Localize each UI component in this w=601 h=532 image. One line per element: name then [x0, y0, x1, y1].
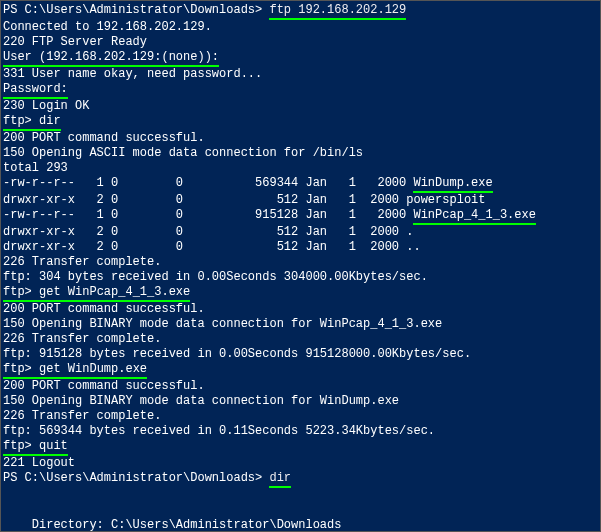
output-line: 230 Login OK	[3, 99, 598, 114]
file-line: drwxr-xr-x 2 0 0 512 Jan 1 2000 .	[3, 225, 598, 240]
file-line: -rw-r--r-- 1 0 0 569344 Jan 1 2000 WinDu…	[3, 176, 598, 193]
output-line: Password:	[3, 82, 598, 99]
ftp-prompt-line: ftp> get WinDump.exe	[3, 362, 598, 379]
output-line: 200 PORT command successful.	[3, 379, 598, 394]
dir-command: dir	[39, 114, 61, 131]
output-line: 220 FTP Server Ready	[3, 35, 598, 50]
prompt-line: PS C:\Users\Administrator\Downloads> ftp…	[3, 3, 598, 20]
ftp-prompt: ftp>	[3, 285, 39, 302]
get-winpcap-command: get WinPcap_4_1_3.exe	[39, 285, 190, 302]
windump-file: WinDump.exe	[413, 176, 492, 193]
output-line: 200 PORT command successful.	[3, 302, 598, 317]
prompt-line: PS C:\Users\Administrator\Downloads> dir	[3, 471, 598, 488]
quit-command: quit	[39, 439, 68, 456]
ftp-prompt-line: ftp> get WinPcap_4_1_3.exe	[3, 285, 598, 302]
ftp-prompt-line: ftp> quit	[3, 439, 598, 456]
output-line: total 293	[3, 161, 598, 176]
ps-prompt: PS C:\Users\Administrator\Downloads>	[3, 3, 269, 17]
ftp-prompt: ftp>	[3, 114, 39, 131]
ftp-prompt: ftp>	[3, 439, 39, 456]
output-line: Connected to 192.168.202.129.	[3, 20, 598, 35]
output-line: User (192.168.202.129:(none)):	[3, 50, 598, 67]
output-line: 150 Opening ASCII mode data connection f…	[3, 146, 598, 161]
directory-header: Directory: C:\Users\Administrator\Downlo…	[3, 518, 598, 532]
file-line: drwxr-xr-x 2 0 0 512 Jan 1 2000 powerspl…	[3, 193, 598, 208]
file-line: drwxr-xr-x 2 0 0 512 Jan 1 2000 ..	[3, 240, 598, 255]
ps-prompt: PS C:\Users\Administrator\Downloads>	[3, 471, 269, 485]
ftp-prompt-line: ftp> dir	[3, 114, 598, 131]
output-line: 226 Transfer complete.	[3, 409, 598, 424]
user-prompt: User (192.168.202.129:(none)):	[3, 50, 219, 67]
file-line: -rw-r--r-- 1 0 0 915128 Jan 1 2000 WinPc…	[3, 208, 598, 225]
dir-command: dir	[269, 471, 291, 488]
output-line: 331 User name okay, need password...	[3, 67, 598, 82]
get-windump-command: get WinDump.exe	[39, 362, 147, 379]
winpcap-file: WinPcap_4_1_3.exe	[413, 208, 535, 225]
password-prompt: Password:	[3, 82, 68, 99]
output-line: ftp: 304 bytes received in 0.00Seconds 3…	[3, 270, 598, 285]
ftp-command: ftp 192.168.202.129	[269, 3, 406, 20]
output-line: 226 Transfer complete.	[3, 255, 598, 270]
ftp-prompt: ftp>	[3, 362, 39, 379]
output-line: 221 Logout	[3, 456, 598, 471]
output-line: 200 PORT command successful.	[3, 131, 598, 146]
output-line: 226 Transfer complete.	[3, 332, 598, 347]
output-line: 150 Opening BINARY mode data connection …	[3, 394, 598, 409]
output-line: 150 Opening BINARY mode data connection …	[3, 317, 598, 332]
output-line: ftp: 569344 bytes received in 0.11Second…	[3, 424, 598, 439]
output-line: ftp: 915128 bytes received in 0.00Second…	[3, 347, 598, 362]
